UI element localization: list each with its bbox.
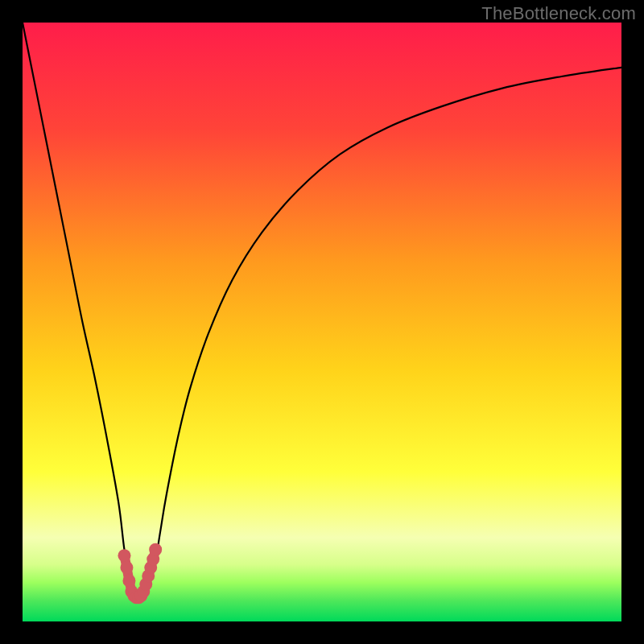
highlight-markers <box>118 543 162 605</box>
chart-frame: TheBottleneck.com <box>0 0 644 644</box>
marker-dot <box>120 561 133 574</box>
bottleneck-curve <box>23 23 621 598</box>
watermark-text: TheBottleneck.com <box>481 3 636 24</box>
marker-dot <box>118 549 130 562</box>
marker-dot <box>149 543 162 556</box>
plot-area <box>23 23 621 621</box>
marker-dot <box>122 574 135 587</box>
curve-layer <box>23 23 621 621</box>
